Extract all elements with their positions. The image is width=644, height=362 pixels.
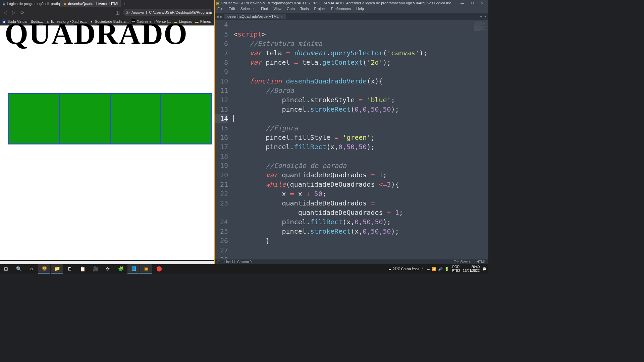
browser-tab-1[interactable]: ◆ desenhaQuadradoVerde.HTML × <box>60 0 121 7</box>
menu-find[interactable]: Find <box>258 6 271 13</box>
info-icon: ⓘ <box>126 10 129 15</box>
language-indicator[interactable]: POR PTB2 <box>452 265 460 273</box>
editor-tab-label: desenhaQuadradoVerde.HTML <box>227 14 279 18</box>
taskbar-app-explorer[interactable]: 📁 <box>51 264 63 274</box>
checkbox-icon[interactable]: ☐ <box>217 260 220 264</box>
taskbar-app[interactable]: 🧩 <box>115 264 127 274</box>
editor-statusbar: ☐ Line 14, Column 9 Tab Size: 4 HTML <box>215 259 488 264</box>
reload-button[interactable]: ⟳ <box>19 10 25 15</box>
page-title: QUADRADO <box>0 19 214 49</box>
window-title: C:\Users\USER\Desktop\ME\Programação\ORA… <box>221 1 455 5</box>
taskbar-app-zoom[interactable]: 🎥 <box>89 264 101 274</box>
tray-chevron[interactable]: ˄ <box>422 267 424 271</box>
tab-add[interactable]: + <box>480 14 482 19</box>
close-button[interactable]: ✕ <box>478 0 487 6</box>
close-icon[interactable]: × <box>281 14 283 18</box>
new-tab-button[interactable]: + <box>121 1 129 6</box>
taskbar-app-telegram[interactable]: ✈ <box>102 264 114 274</box>
canvas-output <box>8 93 212 144</box>
taskbar-app[interactable]: 📋 <box>76 264 89 274</box>
url-path: C:/Users/USER/Desktop/ME/Programação/ORA… <box>149 10 212 14</box>
code-content: <script> //Estrutura mínima var tela = d… <box>233 20 427 262</box>
wifi-icon[interactable]: 📶 <box>432 267 436 271</box>
windows-taskbar: ⊞ 🔍 ○ 🦁 📁 🗒 📋 🎥 ✈ 🧩 📘 ▣ 🔴 ☁ 27°C Chuva f… <box>0 264 488 274</box>
date: 16/01/2022 <box>463 269 480 273</box>
menu-goto[interactable]: Goto <box>284 6 298 13</box>
favicon-alura: a <box>3 2 5 6</box>
notifications-button[interactable]: 💬 <box>482 267 486 271</box>
weather-text: 27°C Chuva fraca <box>393 267 419 271</box>
editor-tabs: ◀ ▶ desenhaQuadradoVerde.HTML × + ▾ <box>215 13 488 20</box>
taskbar-app[interactable]: 🗒 <box>64 264 76 274</box>
tab-nav-fwd[interactable]: ▶ <box>220 15 223 18</box>
browser-tabs: a Lógica de programação II: pratique co … <box>0 0 214 7</box>
tab-label: desenhaQuadradoVerde.HTML <box>68 2 119 6</box>
url-scheme: Arquivo <box>131 10 144 14</box>
browser-statusbar <box>0 261 214 264</box>
menu-help[interactable]: Help <box>354 6 367 13</box>
bookmark-icon[interactable]: ◫ <box>114 10 120 15</box>
minimap[interactable] <box>474 21 488 48</box>
favicon-file: ◆ <box>64 2 66 6</box>
clock[interactable]: 20:40 16/01/2022 <box>463 265 480 273</box>
titlebar: ▣ C:\Users\USER\Desktop\ME\Programação\O… <box>215 0 488 6</box>
taskbar-app-brave[interactable]: 🦁 <box>38 264 50 274</box>
editor-window: ▣ C:\Users\USER\Desktop\ME\Programação\O… <box>214 0 488 264</box>
menu-preferences[interactable]: Preferences <box>328 6 354 13</box>
menu-file[interactable]: File <box>215 6 226 13</box>
onedrive-icon[interactable]: ☁ <box>426 267 430 271</box>
tab-label: Lógica de programação II: pratique co <box>7 2 60 6</box>
taskbar-app-sublime[interactable]: ▣ <box>140 264 152 274</box>
browser-window: a Lógica de programação II: pratique co … <box>0 0 214 264</box>
menu-view[interactable]: View <box>271 6 284 13</box>
menu-edit[interactable]: Edit <box>226 6 238 13</box>
start-button[interactable]: ⊞ <box>0 264 12 274</box>
tab-nav-back[interactable]: ◀ <box>216 15 219 18</box>
search-button[interactable]: 🔍 <box>13 264 25 274</box>
editor-tab[interactable]: desenhaQuadradoVerde.HTML × <box>224 14 286 19</box>
green-square <box>161 94 211 143</box>
app-icon: ▣ <box>216 1 219 5</box>
address-bar: ◁ ▷ ⟳ ◫ ⓘ Arquivo | C:/Users/USER/Deskto… <box>0 7 214 17</box>
menu-tools[interactable]: Tools <box>298 6 312 13</box>
forward-button[interactable]: ▷ <box>11 10 17 15</box>
cortana-button[interactable]: ○ <box>25 264 38 274</box>
status-cursor: Line 14, Column 9 <box>224 260 252 264</box>
menubar: File Edit Selection Find View Goto Tools… <box>215 6 488 13</box>
menu-project[interactable]: Project <box>312 6 328 13</box>
minimize-button[interactable]: — <box>458 0 467 6</box>
maximize-button[interactable]: ☐ <box>468 0 477 6</box>
page-content: QUADRADO <box>0 25 214 260</box>
taskbar-app[interactable]: 🔴 <box>153 264 165 274</box>
browser-tab-0[interactable]: a Lógica de programação II: pratique co <box>0 0 60 7</box>
weather-widget[interactable]: ☁ 27°C Chuva fraca <box>388 267 419 271</box>
status-tabsize[interactable]: Tab Size: 4 <box>454 260 470 264</box>
green-square <box>9 94 60 143</box>
weather-icon: ☁ <box>388 267 391 271</box>
green-square <box>60 94 110 143</box>
time: 20:40 <box>471 265 480 269</box>
menu-selection[interactable]: Selection <box>238 6 258 13</box>
status-lang[interactable]: HTML <box>477 260 486 264</box>
tab-menu[interactable]: ▾ <box>484 14 486 19</box>
volume-icon[interactable]: 🔊 <box>438 267 443 271</box>
back-button[interactable]: ◁ <box>2 10 8 15</box>
green-square <box>111 94 161 143</box>
line-gutter: 4567891011121314151617181920212223242526… <box>215 20 231 262</box>
taskbar-app-word[interactable]: 📘 <box>127 264 140 274</box>
tray-icons[interactable]: ☁ 📶 🔊 🔋 <box>426 267 449 271</box>
battery-icon[interactable]: 🔋 <box>444 267 449 271</box>
code-editor[interactable]: 4567891011121314151617181920212223242526… <box>215 20 488 262</box>
url-input[interactable]: ⓘ Arquivo | C:/Users/USER/Desktop/ME/Pro… <box>123 9 212 16</box>
